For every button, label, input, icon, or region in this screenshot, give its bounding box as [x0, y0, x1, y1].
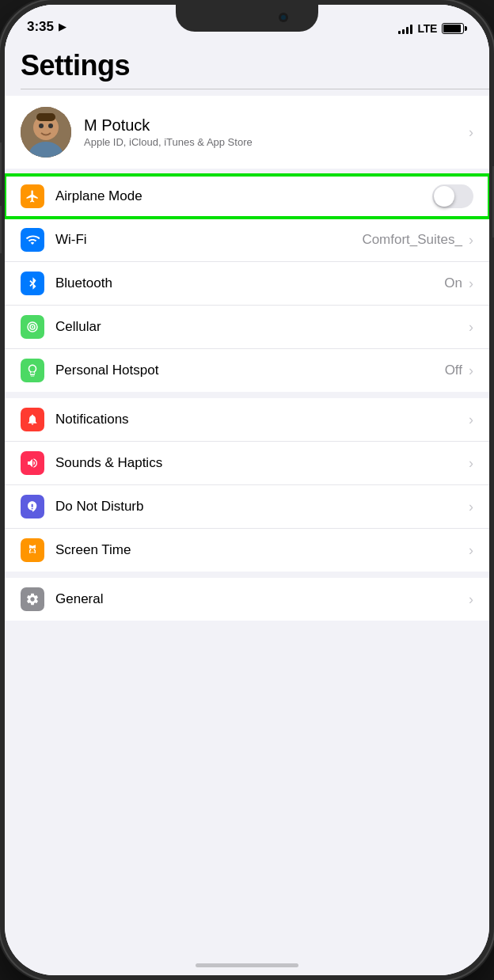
general-label: General: [55, 591, 469, 607]
cellular-row[interactable]: Cellular ›: [5, 305, 489, 348]
phone-frame: 3:35 ▶ LTE: [0, 0, 494, 980]
svg-point-4: [48, 123, 53, 128]
hotspot-chevron: ›: [469, 363, 473, 379]
status-time: 3:35 ▶: [27, 19, 66, 35]
bluetooth-label: Bluetooth: [55, 275, 444, 291]
screen-time-label: Screen Time: [55, 542, 469, 558]
cellular-label: Cellular: [55, 319, 469, 335]
bluetooth-icon: [21, 272, 44, 295]
bluetooth-row[interactable]: Bluetooth On ›: [5, 261, 489, 305]
sounds-row[interactable]: Sounds & Haptics ›: [5, 441, 489, 484]
airplane-mode-icon: [21, 184, 44, 208]
profile-section: M Potuck Apple ID, iCloud, iTunes & App …: [5, 96, 489, 169]
profile-row[interactable]: M Potuck Apple ID, iCloud, iTunes & App …: [5, 96, 489, 169]
screen-time-row[interactable]: Screen Time ›: [5, 528, 489, 572]
notifications-label: Notifications: [55, 412, 469, 427]
wifi-chevron: ›: [469, 232, 473, 249]
hotspot-label: Personal Hotspot: [55, 363, 445, 378]
battery-icon: [442, 23, 467, 34]
general-icon: [21, 587, 44, 611]
notifications-row[interactable]: Notifications ›: [5, 398, 489, 441]
dnd-icon: [21, 495, 44, 518]
sounds-icon: [21, 451, 44, 475]
sounds-label: Sounds & Haptics: [55, 455, 469, 471]
sounds-chevron: ›: [469, 455, 473, 472]
header-divider: [21, 89, 489, 89]
page-title: Settings: [21, 49, 473, 82]
general-chevron: ›: [469, 591, 473, 608]
bluetooth-value: On: [444, 275, 462, 291]
hotspot-icon: [21, 359, 44, 382]
svg-rect-10: [31, 376, 35, 377]
dnd-chevron: ›: [469, 499, 473, 515]
status-right-group: LTE: [398, 22, 467, 35]
signal-bars-icon: [398, 23, 412, 34]
notifications-chevron: ›: [469, 412, 473, 428]
svg-rect-5: [36, 113, 55, 121]
screen-time-chevron: ›: [469, 542, 473, 559]
svg-rect-9: [30, 374, 35, 376]
connectivity-section: Airplane Mode Wi-Fi Comfort_Suites_ ›: [5, 175, 489, 392]
hotspot-value: Off: [445, 363, 462, 378]
notifications-section: Notifications › Sounds & Haptics ›: [5, 398, 489, 572]
profile-info: M Potuck Apple ID, iCloud, iTunes & App …: [84, 116, 469, 148]
dnd-label: Do Not Disturb: [55, 499, 469, 515]
wifi-row[interactable]: Wi-Fi Comfort_Suites_ ›: [5, 218, 489, 261]
phone-screen: 3:35 ▶ LTE: [5, 5, 489, 975]
airplane-mode-row[interactable]: Airplane Mode: [5, 175, 489, 218]
screen-time-icon: [21, 538, 44, 562]
profile-name: M Potuck: [84, 116, 469, 135]
airplane-mode-label: Airplane Mode: [55, 188, 432, 204]
svg-point-3: [39, 123, 44, 128]
bluetooth-chevron: ›: [469, 275, 473, 292]
general-row[interactable]: General ›: [5, 578, 489, 621]
wifi-label: Wi-Fi: [55, 232, 362, 248]
profile-subtitle: Apple ID, iCloud, iTunes & App Store: [84, 136, 469, 148]
camera: [279, 13, 288, 22]
dnd-row[interactable]: Do Not Disturb ›: [5, 484, 489, 528]
svg-point-8: [32, 326, 33, 328]
profile-chevron: ›: [469, 124, 473, 141]
notifications-icon: [21, 408, 44, 431]
lte-label: LTE: [417, 22, 437, 35]
toggle-thumb: [434, 186, 454, 207]
wifi-value: Comfort_Suites_: [362, 232, 462, 248]
home-indicator[interactable]: [196, 963, 298, 967]
hotspot-row[interactable]: Personal Hotspot Off ›: [5, 348, 489, 392]
notch: [176, 5, 318, 32]
cellular-icon: [21, 315, 44, 339]
airplane-mode-toggle[interactable]: [432, 184, 473, 208]
volume-up-button[interactable]: [0, 142, 2, 190]
wifi-icon: [21, 228, 44, 252]
general-section: General ›: [5, 578, 489, 621]
volume-down-button[interactable]: [0, 206, 2, 253]
cellular-chevron: ›: [469, 319, 473, 336]
screen-content: Settings: [5, 5, 489, 975]
location-icon: ▶: [59, 21, 66, 32]
avatar: [21, 107, 71, 158]
